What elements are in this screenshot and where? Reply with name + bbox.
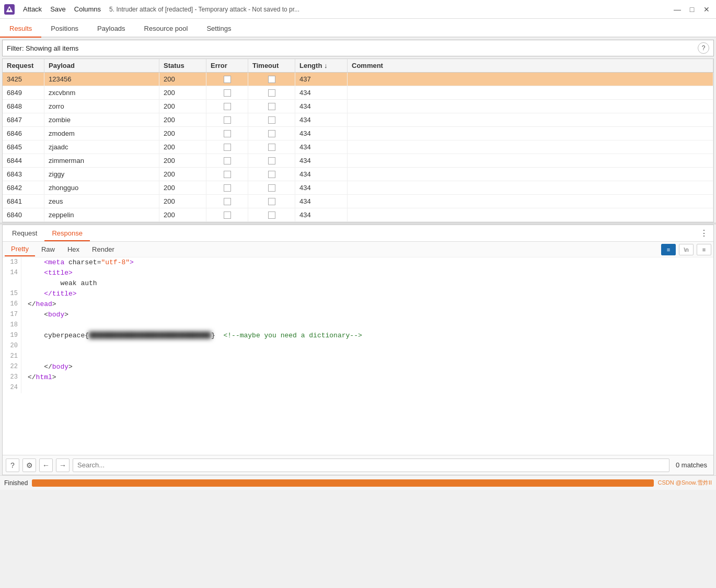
window-title: 5. Intruder attack of [redacted] - Tempo… xyxy=(109,6,664,13)
cell-length: 434 xyxy=(295,208,348,221)
table-row[interactable]: 6843 ziggy 200 434 xyxy=(3,168,713,181)
tab-resource-pool[interactable]: Resource pool xyxy=(135,20,198,38)
cell-comment xyxy=(348,113,713,126)
help-button[interactable]: ? xyxy=(6,458,19,472)
cell-error xyxy=(206,208,248,221)
cell-request: 6841 xyxy=(3,195,44,208)
cell-timeout xyxy=(248,140,295,154)
panel-menu-icon[interactable]: ⋮ xyxy=(697,226,711,240)
tab-request[interactable]: Request xyxy=(5,226,44,241)
forward-button[interactable]: → xyxy=(56,458,70,472)
cell-request: 6845 xyxy=(3,140,44,154)
minimize-button[interactable]: — xyxy=(672,4,683,15)
cell-length: 434 xyxy=(295,181,348,194)
cell-payload: zimmerman xyxy=(44,154,159,167)
table-row[interactable]: 6840 zeppelin 200 434 xyxy=(3,208,713,222)
cell-length: 434 xyxy=(295,168,348,181)
footer-status: Finished xyxy=(4,479,28,487)
cell-comment xyxy=(348,100,713,113)
panel-tabbar: Request Response ⋮ xyxy=(3,225,713,242)
cell-length: 434 xyxy=(295,154,348,167)
back-button[interactable]: ← xyxy=(39,458,53,472)
tab-settings[interactable]: Settings xyxy=(197,20,240,38)
table-row[interactable]: 6844 zimmerman 200 434 xyxy=(3,154,713,168)
more-options-button[interactable]: ≡ xyxy=(697,244,711,255)
cell-payload: zjaadc xyxy=(44,140,159,154)
cell-timeout xyxy=(248,100,295,113)
maximize-button[interactable]: □ xyxy=(687,4,697,15)
filter-help-button[interactable]: ? xyxy=(698,42,709,54)
table-row[interactable]: 6846 zmodem 200 434 xyxy=(3,127,713,140)
close-button[interactable]: ✕ xyxy=(701,4,712,15)
cell-request: 6843 xyxy=(3,168,44,181)
table-row[interactable]: 6849 zxcvbnm 200 434 xyxy=(3,86,713,100)
wrap-lines-button[interactable]: ≡ xyxy=(661,244,676,255)
table-body: 3425 123456 200 437 6849 zxcvbnm 200 434… xyxy=(3,73,713,222)
code-line: 15 </title> xyxy=(3,289,713,299)
table-row[interactable]: 6847 zombie 200 434 xyxy=(3,113,713,127)
cell-length: 434 xyxy=(295,127,348,140)
sub-tab-raw[interactable]: Raw xyxy=(35,243,61,256)
cell-payload: zxcvbnm xyxy=(44,86,159,99)
table-row[interactable]: 6842 zhongguo 200 434 xyxy=(3,181,713,195)
table-row[interactable]: 3425 123456 200 437 xyxy=(3,73,713,86)
cell-status: 200 xyxy=(159,154,206,167)
sub-tab-icons: ≡ \n ≡ xyxy=(661,244,711,255)
cell-timeout xyxy=(248,154,295,167)
cell-timeout xyxy=(248,181,295,194)
col-length: Length ↓ xyxy=(295,59,348,72)
cell-timeout xyxy=(248,195,295,208)
cell-status: 200 xyxy=(159,127,206,140)
tab-response[interactable]: Response xyxy=(44,226,90,241)
col-status: Status xyxy=(159,59,206,72)
cell-status: 200 xyxy=(159,181,206,194)
cell-timeout xyxy=(248,73,295,86)
newline-button[interactable]: \n xyxy=(679,244,694,255)
cell-payload: zombie xyxy=(44,113,159,126)
cell-error xyxy=(206,86,248,99)
cell-length: 434 xyxy=(295,195,348,208)
table-row[interactable]: 6845 zjaadc 200 434 xyxy=(3,140,713,154)
cell-comment xyxy=(348,181,713,194)
cell-error xyxy=(206,195,248,208)
cell-error xyxy=(206,113,248,126)
bottom-panel: Request Response ⋮ Pretty Raw Hex Render… xyxy=(2,225,714,475)
sub-tab-render[interactable]: Render xyxy=(86,243,121,256)
cell-comment xyxy=(348,208,713,221)
cell-comment xyxy=(348,140,713,154)
code-line: 22 </body> xyxy=(3,362,713,372)
footer-progress-bar xyxy=(32,479,653,487)
window-controls: — □ ✕ xyxy=(672,4,712,15)
table-row[interactable]: 6841 zeus 200 434 xyxy=(3,195,713,208)
sub-tab-hex[interactable]: Hex xyxy=(61,243,86,256)
search-input[interactable] xyxy=(73,458,669,472)
cell-status: 200 xyxy=(159,195,206,208)
menu-columns[interactable]: Columns xyxy=(74,5,101,13)
code-line: 21 xyxy=(3,351,713,362)
code-line: 17 <body> xyxy=(3,310,713,320)
sub-tab-pretty[interactable]: Pretty xyxy=(5,242,35,256)
menu-attack[interactable]: Attack xyxy=(23,5,42,13)
cell-request: 6844 xyxy=(3,154,44,167)
cell-timeout xyxy=(248,208,295,221)
cell-payload: ziggy xyxy=(44,168,159,181)
code-line: 13 <meta charset="utf-8"> xyxy=(3,257,713,268)
cell-comment xyxy=(348,73,713,86)
menu-save[interactable]: Save xyxy=(50,5,66,13)
tab-results[interactable]: Results xyxy=(0,20,41,38)
cell-status: 200 xyxy=(159,100,206,113)
code-line: weak auth xyxy=(3,278,713,289)
settings-button[interactable]: ⚙ xyxy=(22,458,36,472)
cell-comment xyxy=(348,127,713,140)
filter-label: Filter: Showing all items xyxy=(7,44,698,52)
col-error: Error xyxy=(206,59,248,72)
footer-watermark: CSDN @Snow.雪炸II xyxy=(658,479,712,487)
cell-timeout xyxy=(248,168,295,181)
tab-payloads[interactable]: Payloads xyxy=(88,20,134,38)
results-table: Request Payload Status Error Timeout Len… xyxy=(2,58,714,222)
table-row[interactable]: 6848 zorro 200 434 xyxy=(3,100,713,113)
col-comment: Comment xyxy=(348,59,713,72)
main-tabbar: Results Positions Payloads Resource pool… xyxy=(0,19,716,38)
cell-error xyxy=(206,140,248,154)
tab-positions[interactable]: Positions xyxy=(41,20,88,38)
